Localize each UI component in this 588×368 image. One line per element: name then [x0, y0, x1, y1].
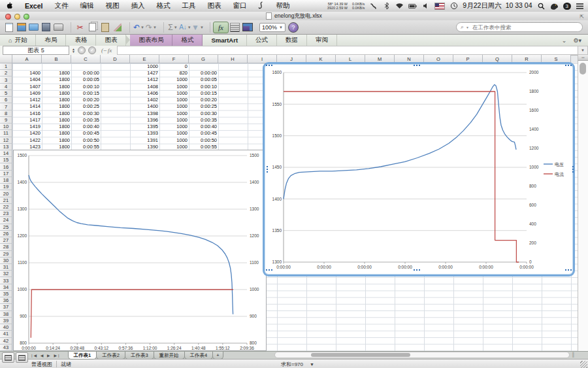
cell-G4[interactable]: 0:00:10: [189, 84, 217, 90]
row-header-20[interactable]: 20: [0, 190, 12, 197]
discharge-chart[interactable]: 8009001000110012001300140015008009001000…: [13, 150, 267, 351]
cell-F4[interactable]: 1000: [159, 84, 188, 90]
row-header-14[interactable]: 14: [0, 150, 12, 157]
charge-chart[interactable]: 1300135014001450150015501600020040060080…: [267, 66, 571, 273]
undo-button[interactable]: ↶▼: [133, 22, 145, 33]
row-header-12[interactable]: 12: [0, 137, 12, 144]
search-box[interactable]: ⌕▼: [456, 22, 583, 32]
accept-icon[interactable]: ✓: [88, 46, 96, 54]
cell-G8[interactable]: 0:00:30: [189, 110, 217, 117]
ribbon-tab-图表布局[interactable]: 图表布局: [130, 35, 172, 46]
ribbon-tab-格式[interactable]: 格式: [172, 35, 203, 46]
column-header-A[interactable]: A: [12, 55, 42, 63]
minimize-window-button[interactable]: [14, 14, 20, 20]
cell-G6[interactable]: 0:00:20: [189, 97, 217, 103]
row-header-39[interactable]: 39: [0, 318, 12, 324]
ribbon-tab-审阅[interactable]: 审阅: [307, 35, 337, 46]
cell-F2[interactable]: 820: [159, 70, 188, 76]
cell-E2[interactable]: 1427: [130, 70, 158, 76]
new-workbook-button[interactable]: [3, 22, 15, 33]
apple-menu-icon[interactable]: [0, 1, 19, 10]
menu-图表[interactable]: 图表: [201, 1, 227, 10]
cell-C11[interactable]: 0:00:45: [71, 130, 99, 137]
selection-handle[interactable]: [565, 65, 572, 69]
cell-E5[interactable]: 1406: [130, 90, 158, 97]
row-header-37[interactable]: 37: [0, 304, 12, 310]
cell-C8[interactable]: 0:00:30: [71, 110, 99, 117]
row-header-1[interactable]: 1: [0, 63, 12, 70]
cell-G2[interactable]: 0:00:00: [189, 70, 217, 76]
cell-F3[interactable]: 1000: [159, 76, 188, 83]
copy-button[interactable]: [86, 22, 99, 33]
cell-F10[interactable]: 1000: [159, 124, 188, 130]
row-header-2[interactable]: 2: [0, 70, 12, 76]
cell-C4[interactable]: 0:00:10: [71, 84, 99, 90]
cell-B5[interactable]: 1800: [42, 90, 70, 97]
selection-handle[interactable]: [565, 269, 572, 273]
cell-A7[interactable]: 1414: [12, 103, 41, 110]
cell-E8[interactable]: 1398: [130, 110, 158, 117]
cell-C2[interactable]: 0:00:00: [71, 70, 99, 76]
window-title-bar[interactable]: enelong充放电.xlsx ⇱: [0, 12, 588, 21]
cell-B7[interactable]: 1800: [42, 103, 70, 110]
redo-button[interactable]: ↷▼: [145, 22, 157, 33]
cell-E3[interactable]: 1412: [130, 76, 158, 83]
selection-handle[interactable]: [414, 269, 420, 273]
cell-F1[interactable]: 0: [159, 63, 188, 70]
cell-F5[interactable]: 1000: [159, 90, 188, 97]
cell-C6[interactable]: 0:00:20: [71, 97, 99, 103]
sum-dropdown-icon[interactable]: ▼: [310, 362, 314, 367]
cell-C9[interactable]: 0:00:35: [71, 117, 99, 124]
column-header-F[interactable]: F: [159, 55, 189, 63]
row-header-30[interactable]: 30: [0, 258, 12, 264]
row-header-18[interactable]: 18: [0, 177, 12, 184]
save-button[interactable]: [40, 22, 52, 33]
select-all-corner[interactable]: [0, 55, 12, 63]
fullscreen-icon[interactable]: ⇱: [580, 14, 584, 20]
row-header-8[interactable]: 8: [0, 110, 12, 117]
cell-B12[interactable]: 1800: [42, 137, 70, 144]
row-header-32[interactable]: 32: [0, 271, 12, 277]
cut-button[interactable]: ✂: [74, 22, 86, 33]
cell-A5[interactable]: 1409: [12, 90, 41, 97]
cell-G7[interactable]: 0:00:25: [189, 103, 217, 110]
cell-E12[interactable]: 1391: [130, 137, 158, 144]
ribbon-tab-表格[interactable]: 表格: [66, 35, 96, 46]
resize-grip[interactable]: [580, 361, 587, 368]
cell-C3[interactable]: 0:00:05: [71, 76, 99, 83]
menu-编辑[interactable]: 编辑: [74, 1, 99, 10]
menu-app-name[interactable]: Excel: [19, 2, 48, 10]
horizontal-split-handle[interactable]: ║: [572, 352, 577, 358]
filter-button[interactable]: ▼▼: [191, 22, 204, 33]
row-header-28[interactable]: 28: [0, 244, 12, 250]
row-header-7[interactable]: 7: [0, 103, 12, 110]
cell-F6[interactable]: 1000: [159, 97, 188, 103]
column-header-E[interactable]: E: [130, 55, 159, 63]
row-header-6[interactable]: 6: [0, 97, 12, 103]
cell-F11[interactable]: 1000: [159, 130, 188, 137]
column-header-D[interactable]: D: [101, 55, 130, 63]
horizontal-scrollbar-thumb[interactable]: [311, 353, 410, 357]
column-header-C[interactable]: C: [71, 55, 101, 63]
cell-E1[interactable]: 1000: [130, 63, 158, 70]
cell-C10[interactable]: 0:00:40: [71, 124, 99, 130]
cell-G11[interactable]: 0:00:45: [189, 130, 217, 137]
show-formulas-button[interactable]: [229, 22, 241, 33]
zoom-select[interactable]: 100%▼: [259, 23, 286, 32]
cell-C12[interactable]: 0:00:50: [71, 137, 99, 144]
formula-bar-expand-icon[interactable]: ▼: [578, 46, 588, 55]
row-header-4[interactable]: 4: [0, 84, 12, 90]
row-header-22[interactable]: 22: [0, 204, 12, 210]
cell-G5[interactable]: 0:00:15: [189, 90, 217, 97]
menu-插入[interactable]: 插入: [125, 1, 150, 10]
cell-A4[interactable]: 1407: [12, 84, 41, 90]
row-header-21[interactable]: 21: [0, 197, 12, 204]
row-header-3[interactable]: 3: [0, 76, 12, 83]
menu-文件[interactable]: 文件: [48, 1, 74, 10]
cell-G12[interactable]: 0:00:50: [189, 137, 217, 144]
row-header-38[interactable]: 38: [0, 311, 12, 318]
vertical-scrollbar-thumb[interactable]: [580, 63, 586, 75]
row-header-31[interactable]: 31: [0, 264, 12, 271]
cell-A8[interactable]: 1416: [12, 110, 41, 117]
spotlight-search-icon[interactable]: [537, 2, 546, 10]
